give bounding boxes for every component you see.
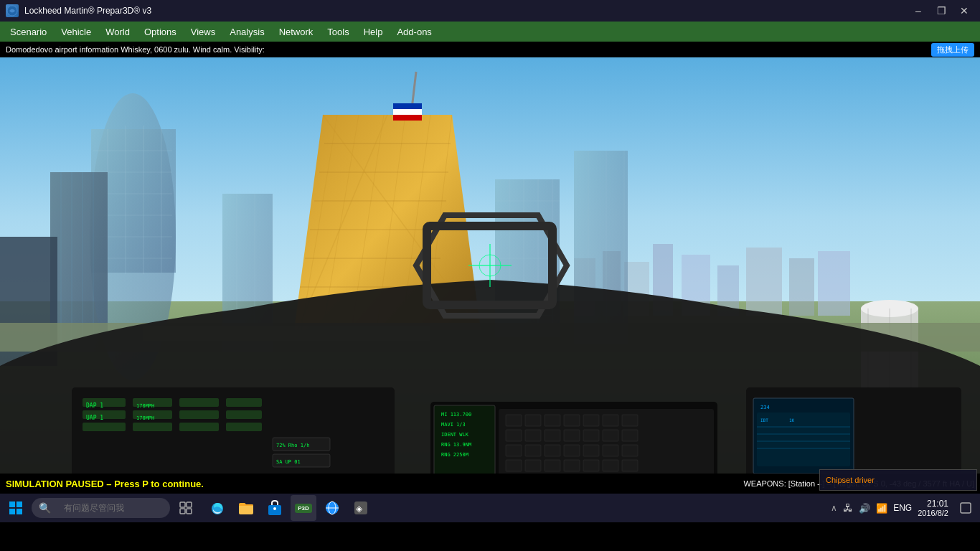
taskbar-left-area: 🔍 — [3, 495, 199, 521]
svg-rect-161 — [187, 502, 192, 507]
svg-rect-156 — [9, 501, 15, 507]
info-bar: Domodedovo airport information Whiskey, … — [0, 42, 980, 57]
taskbar-search-input[interactable] — [55, 498, 163, 518]
prepar3d-icon: P3D — [295, 504, 312, 513]
taskbar-app-area: P3D ◈ — [204, 495, 374, 521]
menu-item-add-ons[interactable]: Add-ons — [390, 24, 438, 40]
svg-rect-122 — [525, 430, 541, 441]
svg-rect-141 — [622, 460, 638, 471]
current-time: 21:01 — [918, 499, 948, 509]
svg-rect-131 — [564, 445, 580, 456]
svg-rect-115 — [525, 415, 541, 426]
svg-rect-128 — [506, 445, 522, 456]
svg-text:170MPH: 170MPH — [136, 403, 154, 409]
windows-start-button[interactable] — [3, 495, 29, 521]
windows-store-button[interactable] — [262, 495, 288, 521]
close-button[interactable]: ✕ — [954, 4, 974, 18]
svg-rect-137 — [545, 460, 560, 471]
svg-rect-114 — [506, 415, 522, 426]
wifi-icon[interactable]: 📶 — [876, 503, 887, 514]
titlebar-left: Lockheed Martin® Prepar3D® v3 — [6, 4, 151, 17]
extra-app-button[interactable]: ◈ — [348, 495, 374, 521]
svg-rect-129 — [525, 445, 541, 456]
svg-text:MI 113.700: MI 113.700 — [441, 412, 471, 418]
paused-status-text: SIMULATION PAUSED – Press P to continue. — [6, 479, 204, 489]
svg-rect-163 — [187, 509, 192, 514]
svg-rect-52 — [393, 103, 422, 109]
task-view-button[interactable] — [173, 495, 199, 521]
sound-icon[interactable]: 🔊 — [859, 503, 870, 514]
svg-rect-138 — [564, 460, 580, 471]
svg-rect-133 — [603, 445, 618, 456]
svg-rect-158 — [9, 509, 15, 514]
prepar3d-taskbar-button[interactable]: P3D — [291, 495, 316, 521]
minimize-button[interactable]: – — [908, 4, 928, 18]
svg-rect-121 — [506, 430, 522, 441]
network-icon[interactable]: 🖧 — [843, 502, 853, 514]
menu-bar: ScenarioVehicleWorldOptionsViewsAnalysis… — [0, 22, 980, 42]
svg-text:MAVI    1/3: MAVI 1/3 — [441, 422, 466, 428]
svg-rect-53 — [393, 115, 422, 121]
svg-rect-119 — [603, 415, 618, 426]
menu-item-options[interactable]: Options — [137, 24, 184, 40]
language-selector[interactable]: ENG — [893, 503, 912, 513]
edge-browser-button[interactable] — [204, 495, 230, 521]
file-explorer-button[interactable] — [233, 495, 259, 521]
action-center-button[interactable] — [954, 496, 977, 519]
svg-rect-123 — [545, 430, 560, 441]
taskbar-clock[interactable]: 21:01 2016/8/2 — [918, 499, 948, 517]
svg-rect-139 — [583, 460, 599, 471]
maximize-button[interactable]: ❐ — [931, 4, 951, 18]
svg-rect-136 — [525, 460, 541, 471]
svg-rect-165 — [239, 504, 253, 514]
windows-taskbar: 🔍 — [0, 494, 980, 522]
menu-item-vehicle[interactable]: Vehicle — [54, 24, 98, 40]
svg-rect-118 — [583, 415, 599, 426]
svg-rect-11 — [818, 251, 850, 316]
svg-rect-90 — [179, 423, 219, 431]
menu-item-tools[interactable]: Tools — [320, 24, 356, 40]
svg-text:UAP 1: UAP 1 — [86, 415, 103, 421]
svg-rect-124 — [564, 430, 580, 441]
svg-rect-10 — [789, 258, 814, 316]
svg-rect-89 — [179, 410, 219, 419]
menu-item-scenario[interactable]: Scenario — [3, 24, 54, 40]
svg-text:170MPH: 170MPH — [136, 415, 154, 421]
svg-text:IBT: IBT — [760, 418, 768, 423]
svg-rect-160 — [180, 502, 185, 507]
svg-rect-134 — [622, 445, 638, 456]
svg-rect-162 — [180, 509, 185, 514]
menu-item-analysis[interactable]: Analysis — [222, 24, 271, 40]
menu-item-network[interactable]: Network — [272, 24, 321, 40]
svg-rect-116 — [545, 415, 560, 426]
title-bar: Lockheed Martin® Prepar3D® v3 – ❐ ✕ — [0, 0, 980, 22]
svg-rect-132 — [583, 445, 599, 456]
lockheed-app-button[interactable] — [319, 495, 345, 521]
svg-rect-173 — [961, 503, 971, 513]
menu-item-help[interactable]: Help — [357, 24, 390, 40]
svg-rect-87 — [133, 423, 172, 431]
search-icon: 🔍 — [39, 502, 51, 514]
svg-text:DAP 1: DAP 1 — [86, 402, 103, 409]
menu-item-views[interactable]: Views — [184, 24, 222, 40]
svg-rect-106 — [757, 413, 850, 466]
svg-rect-135 — [506, 460, 522, 471]
notif-popup-text: Chipset driver — [826, 476, 971, 484]
notification-chevron[interactable]: ∧ — [831, 503, 837, 513]
svg-rect-51 — [393, 109, 422, 115]
window-title: Lockheed Martin® Prepar3D® v3 — [24, 6, 151, 16]
city-scene: DAP 1 UAP 1 170MPH 170MPH MI 113.700 MAV… — [0, 57, 980, 494]
svg-rect-126 — [603, 430, 618, 441]
window-controls[interactable]: – ❐ ✕ — [908, 4, 974, 18]
svg-text:IDENT  WLK: IDENT WLK — [441, 432, 469, 438]
svg-rect-88 — [179, 398, 219, 407]
svg-rect-117 — [564, 415, 580, 426]
menu-item-world[interactable]: World — [98, 24, 137, 40]
svg-text:1K: 1K — [789, 418, 795, 423]
taskbar-search-area[interactable]: 🔍 — [32, 498, 170, 518]
svg-point-167 — [273, 507, 276, 510]
svg-text:◈: ◈ — [356, 504, 363, 514]
upload-button[interactable]: 拖拽上传 — [931, 43, 974, 57]
svg-text:SA UP 01: SA UP 01 — [276, 459, 301, 465]
notification-popup: Chipset driver — [819, 469, 977, 491]
